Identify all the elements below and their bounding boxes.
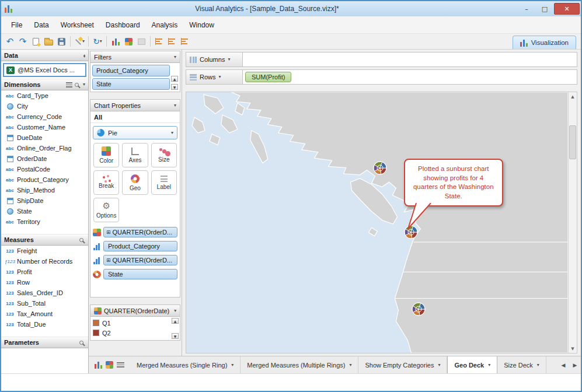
chart-property-button[interactable]: Geo <box>122 170 148 195</box>
stepper-down-icon[interactable]: ▼ <box>172 333 179 339</box>
worksheet-tab[interactable]: Merged Measures (Single Ring) ▾ <box>130 356 241 373</box>
new-worksheet-button[interactable] <box>29 35 42 48</box>
menu-item[interactable]: Dashboard <box>100 18 145 32</box>
dimension-item[interactable]: ShipDate <box>1 195 88 206</box>
shelf-pill[interactable]: ⊞ QUARTER(OrderD... <box>103 227 177 237</box>
filters-header[interactable]: Filters ▾ <box>90 51 180 63</box>
add-chart-button[interactable] <box>109 35 122 48</box>
data-source-item[interactable]: X @MS Excel Docs ... <box>3 63 86 77</box>
chart-property-button[interactable]: Axes <box>122 143 148 167</box>
visualization-tab[interactable]: Visualization <box>513 36 576 49</box>
shelf-pill[interactable]: ⊞ QUARTER(OrderD... <box>103 255 177 265</box>
dimension-item[interactable]: State <box>1 206 88 216</box>
chevron-down-icon[interactable]: ▾ <box>231 363 234 368</box>
shelf-pill[interactable]: State <box>103 269 177 279</box>
map-canvas[interactable]: Plotted a sunburst chart showing profits… <box>186 92 568 353</box>
legend-header[interactable]: QUARTER(OrderDate) ▾ <box>90 305 180 317</box>
sheet-list-icon[interactable] <box>117 362 124 368</box>
measure-item[interactable]: Profit <box>1 267 88 277</box>
maximize-button[interactable]: □ <box>536 3 553 15</box>
search-icon[interactable] <box>79 238 83 242</box>
dimension-item[interactable]: DueDate <box>1 132 88 143</box>
chevron-down-icon[interactable]: ▾ <box>83 82 85 87</box>
columns-drop-field[interactable] <box>243 52 577 67</box>
expand-icon[interactable]: ⊞ <box>106 229 111 235</box>
chart-property-button[interactable]: Color <box>93 143 119 167</box>
menu-item[interactable]: Data <box>29 18 54 32</box>
measure-item[interactable]: Sub_Total <box>1 298 88 309</box>
measures-header[interactable]: Measures <box>1 234 88 246</box>
measure-item[interactable]: Total_Due <box>1 319 88 330</box>
redo-button[interactable]: ↷ <box>16 35 29 48</box>
dimension-item[interactable]: Card_Type <box>1 90 88 101</box>
columns-shelf-label[interactable]: Columns ▾ <box>186 52 243 67</box>
chart-property-button[interactable]: Label <box>151 170 177 195</box>
tab-scroll-right-icon[interactable]: ▶ <box>569 362 581 368</box>
dimension-item[interactable]: Online_Order_Flag <box>1 143 88 153</box>
search-icon[interactable] <box>75 83 79 87</box>
legend-item[interactable]: Q1 <box>93 318 170 328</box>
chart-properties-header[interactable]: Chart Properties ▾ <box>90 100 180 111</box>
chart-type-select[interactable]: Pie ▾ <box>93 126 177 139</box>
scroll-down-icon[interactable]: ▼ <box>569 344 577 353</box>
align-bars-button[interactable] <box>179 35 191 48</box>
collapse-toggle[interactable]: ▴▾ <box>83 54 85 58</box>
measure-item[interactable]: Number of Records <box>1 256 88 267</box>
stepper-up-icon[interactable]: ▲ <box>171 76 178 82</box>
worksheet-tab[interactable]: Size Deck ▾ <box>497 356 546 373</box>
new-worksheet-icon[interactable] <box>95 361 102 369</box>
worksheet-tab[interactable]: Merged Measures (Multiple Rings) ▾ <box>241 356 358 373</box>
chart-property-button[interactable]: Size <box>151 143 177 167</box>
search-icon[interactable] <box>79 341 83 345</box>
measure-item[interactable]: Row <box>1 277 88 288</box>
dimension-item[interactable]: Product_Category <box>1 174 88 185</box>
menu-item[interactable]: Worksheet <box>55 18 99 32</box>
dimension-item[interactable]: Customer_Name <box>1 122 88 132</box>
sort-bars-button[interactable] <box>153 35 166 48</box>
measure-item[interactable]: Sales_Order_ID <box>1 288 88 298</box>
chevron-down-icon[interactable]: ▾ <box>488 363 490 368</box>
wand-button[interactable]: ▾ <box>73 35 86 48</box>
rows-shelf-label[interactable]: Rows ▾ <box>186 69 243 85</box>
expand-icon[interactable]: ⊞ <box>106 257 111 263</box>
measure-item[interactable]: Freight <box>1 246 88 256</box>
stepper-up-icon[interactable]: ▲ <box>172 318 179 324</box>
sunburst-marker-california[interactable] <box>411 302 426 317</box>
worksheet-tab[interactable]: Show Empty Categories ▾ <box>358 356 447 373</box>
dimensions-header[interactable]: Dimensions ▾ <box>1 79 88 90</box>
chart-grid-button[interactable] <box>122 35 135 48</box>
refresh-button[interactable]: ↻▾ <box>91 35 104 48</box>
scroll-up-icon[interactable]: ▲ <box>569 92 577 101</box>
minimize-button[interactable]: – <box>518 3 535 15</box>
sunburst-marker-vancouver[interactable] <box>372 160 388 176</box>
undo-button[interactable]: ↶ <box>4 35 16 48</box>
menu-item[interactable]: File <box>6 18 27 32</box>
legend-item[interactable]: Q2 <box>93 328 170 338</box>
measure-item[interactable]: Tax_Amount <box>1 309 88 319</box>
chevron-down-icon[interactable]: ▾ <box>349 363 351 368</box>
dimension-item[interactable]: City <box>1 101 88 111</box>
menu-item[interactable]: Analysis <box>147 18 183 32</box>
shelf-pill[interactable]: Product_Category <box>103 241 177 251</box>
list-view-icon[interactable] <box>66 82 72 88</box>
dimension-item[interactable]: PostalCode <box>1 164 88 174</box>
tab-scroll-left-icon[interactable]: ◀ <box>557 362 569 368</box>
dimension-item[interactable]: OrderDate <box>1 153 88 164</box>
chevron-down-icon[interactable]: ▾ <box>537 363 539 368</box>
scrollbar-thumb[interactable] <box>569 125 576 159</box>
parameters-header[interactable]: Parameters <box>1 337 88 348</box>
chart-property-button[interactable]: Options <box>93 198 119 222</box>
disabled-tool-button[interactable] <box>135 35 148 48</box>
stepper-down-icon[interactable]: ▼ <box>171 84 178 90</box>
rows-pill[interactable]: SUM(Profit) <box>245 72 291 82</box>
rows-drop-field[interactable]: SUM(Profit) <box>243 69 577 85</box>
filter-pill[interactable]: State <box>92 78 170 90</box>
worksheet-tab[interactable]: Geo Deck ▾ <box>447 356 497 373</box>
new-dashboard-icon[interactable] <box>106 361 113 369</box>
chevron-down-icon[interactable]: ▾ <box>438 363 440 368</box>
menu-item[interactable]: Window <box>184 18 219 32</box>
chart-property-button[interactable]: Break <box>93 170 119 195</box>
save-button[interactable] <box>55 35 68 48</box>
scrollbar-track[interactable] <box>569 101 577 344</box>
dimension-item[interactable]: Ship_Method <box>1 185 88 195</box>
